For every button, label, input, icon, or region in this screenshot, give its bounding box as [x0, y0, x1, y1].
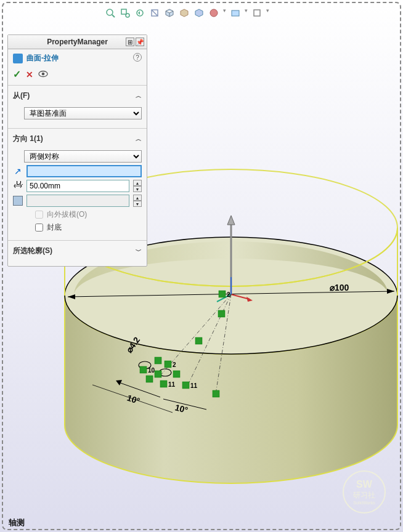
- section-view-icon[interactable]: [149, 7, 160, 18]
- zoom-fit-icon[interactable]: [105, 7, 116, 18]
- svg-text:11: 11: [190, 382, 198, 389]
- section-contour-label: 所选轮廓(S): [13, 246, 52, 256]
- svg-rect-37: [121, 9, 126, 14]
- depth-icon: D1: [13, 181, 23, 191]
- ok-button[interactable]: ✓: [13, 68, 21, 80]
- cap-end-label: 封底: [47, 222, 62, 233]
- svg-text:10: 10: [148, 367, 155, 374]
- svg-text:D1: D1: [16, 181, 23, 187]
- zoom-area-icon[interactable]: [120, 7, 131, 18]
- svg-rect-42: [254, 10, 260, 16]
- end-condition-select[interactable]: 两侧对称: [24, 150, 142, 163]
- svg-rect-23: [165, 361, 171, 368]
- svg-rect-22: [155, 357, 161, 364]
- svg-text:11: 11: [168, 381, 176, 388]
- surface-extrude-icon: [13, 54, 23, 63]
- svg-text:2: 2: [227, 291, 230, 298]
- svg-rect-20: [218, 310, 225, 317]
- svg-marker-6: [227, 216, 235, 225]
- keep-visible-icon[interactable]: ⊞: [126, 38, 134, 46]
- view-orient-icon[interactable]: [164, 7, 175, 18]
- svg-text:2: 2: [173, 361, 176, 368]
- draft-icon[interactable]: [13, 196, 23, 206]
- svg-rect-34: [213, 390, 219, 397]
- depth-spinner[interactable]: ▲▼: [133, 180, 142, 192]
- svg-line-36: [112, 15, 115, 17]
- cap-end-checkbox[interactable]: [35, 224, 43, 232]
- svg-rect-27: [155, 371, 161, 377]
- svg-rect-25: [140, 366, 147, 373]
- svg-rect-21: [195, 337, 202, 344]
- panel-title: PropertyManager: [47, 38, 108, 46]
- prev-view-icon[interactable]: [134, 7, 145, 18]
- apply-scene-icon[interactable]: [230, 7, 241, 18]
- svg-point-44: [42, 72, 45, 75]
- view-settings-icon[interactable]: [251, 7, 263, 18]
- property-manager-panel: PropertyManager ⊞ 📌 曲面-拉伸 ? ✓ ✕ 从(F) ︿ 草…: [7, 34, 147, 267]
- preview-button[interactable]: [38, 70, 48, 79]
- draft-outward-label: 向外拔模(O): [47, 209, 87, 220]
- depth-input[interactable]: [26, 180, 129, 192]
- feature-name: 曲面-拉伸: [26, 53, 59, 63]
- action-row: ✓ ✕: [8, 67, 147, 86]
- edit-appearance-icon[interactable]: [208, 7, 219, 18]
- section-dir-header[interactable]: 方向 1(1) ︿: [13, 132, 142, 148]
- section-direction1: 方向 1(1) ︿ 两侧对称 ↗ D1 ▲▼ ▲▼ 向外拔模(O): [8, 129, 147, 241]
- svg-point-35: [107, 9, 113, 15]
- direction-arrow-icon[interactable]: ↗: [13, 166, 23, 176]
- svg-point-38: [126, 14, 129, 17]
- watermark: SW 研习社 SolidWorks: [343, 470, 386, 514]
- direction-input[interactable]: [26, 165, 142, 177]
- chevron-up-icon: ︿: [136, 135, 142, 143]
- view-toolbar: ▾ ▾ ▾: [105, 7, 269, 18]
- svg-rect-32: [182, 382, 189, 389]
- svg-point-40: [210, 9, 218, 17]
- section-contour: 所选轮廓(S) ﹀: [8, 241, 147, 266]
- from-select[interactable]: 草图基准面: [24, 107, 142, 119]
- view-mode-label: 轴测: [9, 517, 25, 528]
- display-style-icon[interactable]: [179, 7, 190, 18]
- draft-outward-checkbox: [35, 211, 43, 219]
- svg-rect-18: [219, 291, 226, 297]
- svg-rect-28: [146, 376, 153, 382]
- chevron-down-icon: ﹀: [136, 247, 142, 256]
- svg-rect-29: [173, 371, 180, 377]
- feature-title-row: 曲面-拉伸 ?: [8, 49, 147, 67]
- draft-input: [26, 195, 129, 207]
- pushpin-icon[interactable]: 📌: [136, 38, 144, 46]
- hide-show-icon[interactable]: [193, 7, 205, 18]
- svg-rect-30: [160, 381, 167, 387]
- chevron-up-icon: ︿: [136, 92, 142, 100]
- section-from-label: 从(F): [13, 91, 30, 101]
- section-contour-header[interactable]: 所选轮廓(S) ﹀: [13, 244, 142, 260]
- dim-diameter: ⌀100: [330, 283, 349, 292]
- cancel-button[interactable]: ✕: [26, 70, 33, 79]
- draft-spinner: ▲▼: [133, 195, 142, 207]
- panel-header: PropertyManager ⊞ 📌: [8, 35, 147, 49]
- svg-rect-41: [232, 10, 239, 16]
- section-from: 从(F) ︿ 草图基准面: [8, 86, 147, 129]
- help-button[interactable]: ?: [133, 53, 142, 62]
- section-dir-label: 方向 1(1): [13, 134, 43, 144]
- section-from-header[interactable]: 从(F) ︿: [13, 89, 142, 105]
